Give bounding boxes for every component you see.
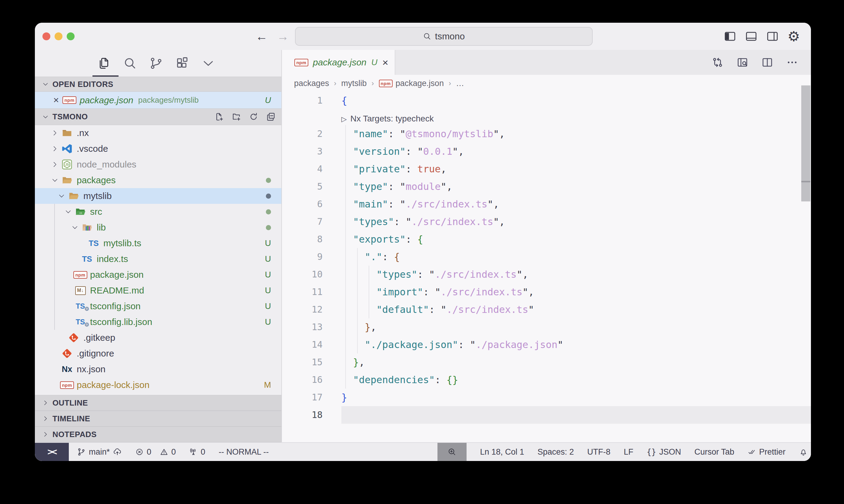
code-line-18[interactable]: 18 [282,406,811,424]
editor-scrollbar[interactable] [801,85,810,181]
tree-item-tsconfig.lib.json[interactable]: TS⚙ tsconfig.lib.jsonU [35,314,281,330]
code-line-17[interactable]: 17 } [282,389,811,406]
code-line-10[interactable]: 10 "types": "./src/index.ts", [282,266,811,283]
code-line-11[interactable]: 11 "import": "./src/index.ts", [282,283,811,301]
minimize-button[interactable] [55,32,63,40]
tree-item-mytslib.ts[interactable]: TS mytslib.tsU [35,235,281,251]
indentation-item[interactable]: Spaces: 2 [537,447,574,457]
tree-item-package-lock.json[interactable]: npm package-lock.jsonM [35,377,281,393]
close-button[interactable] [42,32,50,40]
code-line-14[interactable]: 14 "./package.json": "./package.json" [282,336,811,354]
cursor-tab-item[interactable]: Cursor Tab [694,447,734,457]
settings-gear-button[interactable]: ⚙ [787,30,800,43]
layout-sidebar-left-button[interactable] [723,30,737,43]
close-icon[interactable]: × [49,94,63,106]
split-editor-button[interactable] [761,56,773,69]
code-line-16[interactable]: 16 "dependencies": {} [282,371,811,389]
activity-bar [35,50,281,77]
code-line-1[interactable]: 1 { [282,92,811,109]
code-line-9[interactable]: 9 ".": { [282,248,811,266]
code-line-5[interactable]: 5 "type": "module", [282,178,811,195]
ports-item[interactable]: 0 [189,447,205,457]
new-folder-button[interactable] [231,112,241,122]
tab-close-icon[interactable]: × [382,57,389,69]
section-timeline[interactable]: TIMELINE [35,411,281,427]
activity-source-control[interactable] [149,56,163,70]
codelens-run-link[interactable]: ▷Nx Targets: typecheck [341,114,434,123]
code-editor[interactable]: 1 { ▷Nx Targets: typecheck 2 "name": "@t… [282,92,811,442]
compare-changes-button[interactable] [711,56,724,69]
breadcrumb-…[interactable]: … [456,79,464,88]
history-forward-button[interactable]: → [277,30,289,43]
refresh-button[interactable] [248,112,259,122]
tree-item-.gitkeep[interactable]: .gitkeep [35,330,281,346]
eol-item[interactable]: LF [624,447,634,457]
zoom-button[interactable] [437,443,467,461]
zoom-button[interactable] [67,32,74,40]
code-line-4[interactable]: 4 "private": true, [282,160,811,178]
language-item[interactable]: {}JSON [647,447,681,457]
tree-item-node_modules[interactable]: JS node_modules [35,157,281,172]
tree-item-tsconfig.json[interactable]: TS⚙ tsconfig.jsonU [35,298,281,314]
chevron-right-icon[interactable] [49,161,60,168]
command-center-search[interactable]: tsmono [295,27,593,46]
chevron-down-icon[interactable] [63,208,74,216]
section-notepads[interactable]: NOTEPADS [35,427,281,442]
chevron-down-icon[interactable] [56,192,67,200]
tree-item-.nx[interactable]: .nx [35,125,281,141]
tab-package-json[interactable]: npm package.json U × [282,50,395,75]
tree-item-.vscode[interactable]: .vscode [35,141,281,157]
editor-scrollbar-lower[interactable] [801,182,810,201]
chevron-right-icon[interactable] [49,145,60,152]
indent-guide [345,301,346,318]
code-line-8[interactable]: 8 "exports": { [282,231,811,248]
code-line-13[interactable]: 13 }, [282,318,811,336]
problems-item[interactable]: 00 [135,447,176,457]
open-editor-item[interactable]: × npm package.json packages/mytslib U [35,92,281,108]
tree-item-nx.json[interactable]: Nx nx.json [35,361,281,377]
breadcrumb-mytslib[interactable]: mytslib [341,79,367,88]
tree-item-lib[interactable]: lib [35,220,281,235]
chevron-down-icon[interactable] [69,223,80,231]
code-line-12[interactable]: 12 "default": "./src/index.ts" [282,301,811,318]
new-file-button[interactable] [214,112,224,122]
layout-sidebar-right-button[interactable] [765,30,779,43]
code-line-3[interactable]: 3 "version": "0.0.1", [282,143,811,160]
activity-chevron-down[interactable] [201,56,215,70]
breadcrumb-package.json[interactable]: npmpackage.json [379,79,444,88]
chevron-right-icon[interactable] [49,129,60,137]
tree-item-index.ts[interactable]: TS index.tsU [35,251,281,267]
breadcrumb-packages[interactable]: packages [294,79,329,88]
collapse-all-button[interactable] [266,112,276,122]
tree-item-.gitignore[interactable]: .gitignore [35,346,281,361]
activity-search[interactable] [123,56,137,70]
tab-bar: npm package.json U × [282,50,811,75]
tree-item-packages[interactable]: packages [35,172,281,188]
open-preview-button[interactable] [736,56,748,69]
section-outline[interactable]: OUTLINE [35,395,281,411]
folder-icon [60,126,74,140]
tree-item-README.md[interactable]: M↓ README.mdU [35,283,281,298]
code-line-15[interactable]: 15 }, [282,354,811,371]
history-back-button[interactable]: ← [256,30,268,43]
git-branch-item[interactable]: main* [77,447,122,457]
explorer-header[interactable]: TSMONO [35,108,281,125]
encoding-item[interactable]: UTF-8 [587,447,610,457]
notifications-item[interactable] [799,447,808,456]
open-editors-header[interactable]: OPEN EDITORS [35,77,281,92]
code-line-2[interactable]: 2 "name": "@tsmono/mytslib", [282,125,811,143]
tree-item-mytslib[interactable]: mytslib [35,188,281,204]
activity-files[interactable] [97,56,111,70]
code-line-6[interactable]: 6 "main": "./src/index.ts", [282,195,811,213]
tree-item-package.json[interactable]: npm package.jsonU [35,267,281,283]
formatter-item[interactable]: Prettier [747,447,786,457]
tree-item-src[interactable]: ‹› src [35,204,281,220]
more-actions-button[interactable] [786,56,798,69]
activity-extensions[interactable] [175,56,189,70]
remote-indicator[interactable]: >< [35,443,69,461]
indent-guide [369,301,369,318]
cursor-position-item[interactable]: Ln 18, Col 1 [480,447,524,457]
code-line-7[interactable]: 7 "types": "./src/index.ts", [282,213,811,231]
layout-panel-button[interactable] [744,30,758,43]
chevron-down-icon[interactable] [49,176,60,184]
